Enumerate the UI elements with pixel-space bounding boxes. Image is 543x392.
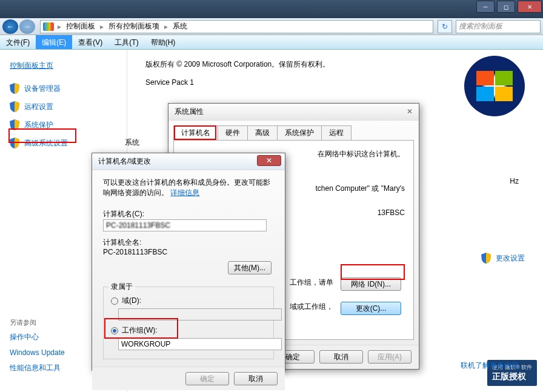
shield-icon	[481, 253, 491, 264]
cancel-button[interactable]: 取消	[234, 372, 278, 385]
minimize-button[interactable]: ─	[476, 1, 495, 13]
computer-name-label: 计算机名(C):	[103, 209, 274, 219]
computer-name-input[interactable]: PC-20181113FBSC	[103, 219, 267, 231]
task-advanced-system-settings[interactable]: 高级系统设置	[10, 138, 117, 148]
network-id-button[interactable]: 网络 ID(N)...	[341, 277, 401, 291]
crumb-control-panel[interactable]: 控制面板	[62, 21, 99, 32]
menu-help[interactable]: 帮助(H)	[145, 35, 182, 49]
search-input[interactable]: 搜索控制面板	[456, 20, 541, 33]
shield-icon	[10, 119, 19, 130]
ok-button[interactable]: 确定	[185, 372, 229, 385]
task-system-protection[interactable]: 系统保护	[10, 119, 117, 130]
close-button[interactable]: ✕	[518, 1, 542, 13]
chevron-right-icon: ▸	[99, 22, 105, 31]
radio-icon	[111, 297, 118, 305]
task-remote-settings[interactable]: 远程设置	[10, 101, 117, 112]
activation-main: 正版授权	[492, 371, 532, 382]
tab-advanced[interactable]: 高级	[247, 125, 278, 141]
change-button[interactable]: 更改(C)...	[341, 302, 401, 315]
full-name-label: 计算机全名:	[103, 238, 274, 248]
dialog-close-button[interactable]: ✕	[407, 107, 413, 116]
tab-remote[interactable]: 远程	[321, 125, 351, 141]
dialog-close-button[interactable]: ✕	[257, 155, 281, 166]
windows-logo	[464, 56, 525, 116]
computer-name-change-dialog: 计算机名/域更改 ✕ 可以更改这台计算机的名称和成员身份。更改可能影响网络资源的…	[92, 153, 285, 371]
apply-button[interactable]: 应用(A)	[368, 350, 411, 364]
tab-computer-name[interactable]: 计算机名	[173, 125, 218, 141]
domain-radio[interactable]: 域(D):	[111, 296, 266, 306]
shield-icon	[10, 101, 19, 112]
search-placeholder: 搜索控制面板	[459, 21, 502, 32]
dialog-title: 计算机名/域更改	[98, 156, 151, 167]
radio-icon	[111, 327, 118, 334]
tab-system-protection[interactable]: 系统保护	[277, 125, 322, 141]
online-help-link[interactable]: 联机了解更多内容...	[461, 360, 525, 371]
details-link[interactable]: 详细信息	[170, 188, 199, 197]
control-panel-home-link[interactable]: 控制面板主页	[10, 61, 117, 71]
workgroup-radio[interactable]: 工作组(W):	[111, 325, 266, 336]
workgroup-label: 工作组(W):	[122, 325, 158, 336]
change-settings-link[interactable]: 更改设置	[481, 253, 525, 264]
domain-label: 域(D):	[122, 296, 141, 306]
nav-back-button[interactable]: ←	[2, 19, 18, 34]
dialog-title: 系统属性	[175, 107, 204, 117]
workgroup-input[interactable]: WORKGROUP	[118, 338, 282, 350]
crumb-all-items[interactable]: 所有控制面板项	[105, 21, 163, 32]
nav-forward-button[interactable]: →	[19, 19, 35, 34]
identify-text: 在网络中标识这台计算机。	[291, 149, 405, 159]
input-value: PC-20181113FBSC	[106, 221, 170, 230]
maximize-button[interactable]: ◻	[497, 1, 515, 13]
more-button[interactable]: 其他(M)...	[228, 261, 272, 274]
menu-view[interactable]: 查看(V)	[72, 35, 108, 49]
task-label: 系统保护	[24, 120, 53, 130]
chevron-right-icon: ▸	[163, 22, 169, 31]
task-label: 远程设置	[24, 102, 53, 112]
menu-file[interactable]: 文件(F)	[0, 35, 36, 49]
menu-edit[interactable]: 编辑(E)	[36, 35, 72, 49]
input-value: WORKGROUP	[121, 340, 170, 348]
breadcrumb[interactable]: ▸ 控制面板 ▸ 所有控制面板项 ▸ 系统	[40, 20, 433, 33]
refresh-button[interactable]: ↻	[438, 20, 452, 33]
control-panel-icon	[43, 22, 54, 31]
shield-icon	[10, 138, 19, 148]
system-section-label: 系统	[125, 138, 139, 148]
menu-tools[interactable]: 工具(T)	[108, 35, 144, 49]
cancel-button[interactable]: 取消	[319, 350, 363, 364]
member-of-label: 隶属于	[108, 282, 135, 292]
chevron-right-icon: ▸	[56, 22, 62, 31]
full-name-value: PC-20181113FBSC	[103, 248, 274, 256]
shield-icon	[10, 83, 19, 94]
link-label: 更改设置	[496, 253, 525, 264]
task-label: 设备管理器	[24, 84, 61, 94]
tab-hardware[interactable]: 硬件	[218, 125, 248, 141]
task-device-manager[interactable]: 设备管理器	[10, 83, 117, 94]
task-label: 高级系统设置	[24, 138, 68, 148]
domain-input[interactable]	[118, 308, 282, 321]
hz-label: Hz	[510, 177, 519, 185]
crumb-system[interactable]: 系统	[169, 21, 191, 32]
